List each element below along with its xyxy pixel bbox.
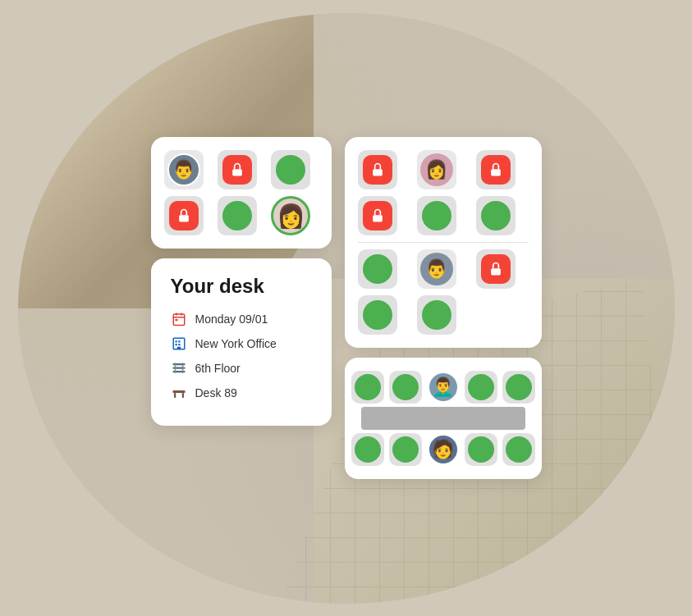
calendar-icon [171,311,187,327]
svg-rect-9 [178,340,180,342]
r-green-1 [422,201,451,230]
right-grid-top: 👩 [358,150,529,235]
svg-rect-12 [176,347,181,349]
conf-seat-b3[interactable] [465,433,497,466]
svg-rect-0 [232,169,242,176]
svg-rect-8 [175,340,176,342]
desk-slot-3[interactable] [271,150,310,189]
desk-icon [171,385,187,401]
lock-icon-2 [169,201,199,230]
desk-grid-left: 👨 [164,150,319,235]
r-slot-5[interactable] [417,196,456,235]
r2-slot-5[interactable] [417,295,456,335]
svg-rect-19 [174,393,176,398]
svg-rect-24 [491,268,501,275]
svg-rect-1 [179,215,189,221]
conf-table-body [361,407,525,430]
r2-slot-3[interactable] [476,249,516,289]
desk-row: Desk 89 [171,385,312,401]
svg-rect-17 [181,363,183,373]
conf-top-row: 👨‍🦱 [351,371,535,404]
r-slot-4[interactable] [358,196,397,235]
available-dot-2 [222,201,252,230]
r2-green-2 [363,300,392,330]
r-slot-3[interactable] [476,150,516,189]
desk-slot-6-selected[interactable]: 👩 [271,196,310,235]
r2-lock-1 [481,254,511,284]
cards-layout: 👨 [151,137,542,479]
location-text: New York Office [195,337,277,350]
r2-green-3 [422,300,451,330]
date-row: Monday 09/01 [171,311,312,327]
avatar-person1: 👨 [167,153,200,186]
conf-person-top: 👨‍🦱 [427,371,460,404]
right-grid-bottom: 👨 [358,249,529,335]
content-wrapper: 👨 [18,13,675,604]
r-green-2 [481,201,511,230]
desk-slot-4[interactable] [164,196,204,235]
desk-grid-card-right: 👩 [345,137,542,348]
conf-seat-b4[interactable] [502,433,535,466]
desk-slot-5[interactable] [218,196,257,235]
conf-green-t3 [468,374,494,400]
main-oval: 👨 [18,13,675,604]
conf-seat-b1[interactable] [351,433,384,466]
your-desk-title: Your desk [171,275,312,298]
svg-rect-22 [491,169,501,176]
r-slot-1[interactable] [358,150,397,189]
svg-rect-16 [174,363,176,373]
conf-seat-t3[interactable] [465,371,497,404]
r2-green-1 [363,254,392,284]
available-dot-1 [276,155,305,185]
svg-rect-2 [173,314,185,326]
svg-rect-10 [175,344,176,345]
lock-icon-1 [222,155,252,185]
desk-slot-1[interactable]: 👨 [164,150,204,189]
conf-seat-b2[interactable] [389,433,422,466]
svg-rect-6 [175,319,177,321]
location-row: New York Office [171,335,312,352]
conf-green-t4 [506,374,532,400]
left-column: 👨 [151,137,332,426]
r-slot-2[interactable]: 👩 [417,150,456,189]
divider [358,242,529,243]
r-lock-3 [363,201,392,230]
conf-green-b2 [392,436,419,463]
conf-green-b4 [506,436,532,463]
conf-seat-t4[interactable] [502,371,535,404]
info-card: Your desk Monday 09/01 [151,258,332,426]
svg-rect-11 [178,344,180,345]
floor-icon [171,360,187,376]
svg-rect-21 [373,169,383,176]
conf-seat-t1[interactable] [351,371,384,404]
building-icon [171,335,187,352]
conf-green-t1 [355,374,381,400]
conf-green-b1 [355,436,381,463]
conf-person-bottom: 🧑 [427,433,460,466]
right-column: 👩 [345,137,542,479]
desk-slot-2[interactable] [218,150,257,189]
r2-slot-4[interactable] [358,295,397,335]
desk-text: Desk 89 [195,386,237,399]
floor-text: 6th Floor [195,362,241,375]
conf-seat-t2[interactable] [389,371,422,404]
desk-grid-card-left: 👨 [151,137,332,249]
conf-green-b3 [468,436,494,463]
r-lock-1 [363,155,392,185]
svg-rect-23 [373,215,383,221]
r-lock-2 [481,155,511,185]
r2-slot-6[interactable] [476,295,516,335]
conf-bottom-row: 🧑 [351,433,535,466]
conference-table-card: 👨‍🦱 [345,358,542,479]
svg-rect-20 [181,393,183,398]
floor-row: 6th Floor [171,360,312,376]
r2-slot-2[interactable]: 👨 [417,249,456,289]
r2-slot-1[interactable] [358,249,397,289]
date-text: Monday 09/01 [195,313,268,326]
conference-table: 👨‍🦱 [358,371,529,466]
conf-green-t2 [392,374,419,400]
svg-rect-18 [172,390,185,393]
r-slot-6[interactable] [476,196,516,235]
